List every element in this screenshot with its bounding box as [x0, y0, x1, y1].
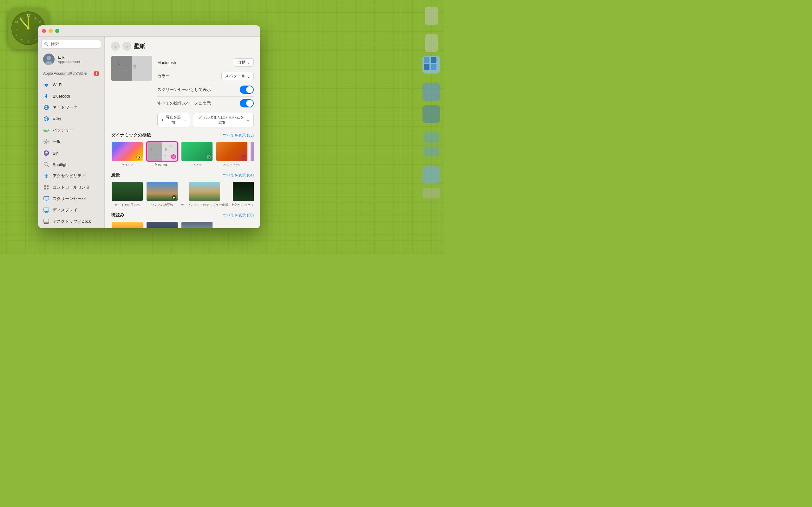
svg-rect-19 [431, 64, 437, 70]
wallpaper-item-horizon[interactable]: ▶ ソノマの地平線 [146, 181, 178, 207]
landscape-title: 風景 [111, 172, 120, 178]
wallpaper-item-ventura[interactable]: ↓ ベンチュラ↓ [216, 141, 248, 167]
wallpaper-item-mountain[interactable]: カリフォルニアのテンプラー山脈 [181, 181, 229, 207]
svg-text:✂: ✂ [164, 154, 166, 157]
search-icon: 🔍 [44, 42, 49, 47]
mode-chevron: ⌄ [247, 60, 250, 65]
add-folder-button[interactable]: フォルダまたはアルバムを追加 ⌄ [193, 113, 254, 127]
svg-text:A: A [117, 62, 120, 66]
search-bar[interactable]: 🔍 [41, 40, 101, 49]
sidebar-item-siri[interactable]: Siri [39, 148, 103, 158]
mountain-label: カリフォルニアのテンプラー山脈 [181, 203, 229, 207]
sidebar-item-appearance[interactable]: 外観 [39, 228, 103, 228]
search-input[interactable] [51, 42, 98, 47]
sidebar-item-battery[interactable]: バッテリー [39, 125, 103, 135]
wallpaper-item-city2[interactable] [146, 221, 178, 228]
svg-point-37 [46, 174, 47, 175]
sidebar-item-general[interactable]: 一般 [39, 136, 103, 147]
svg-text:1: 1 [35, 16, 37, 19]
wallpaper-item-city1[interactable] [111, 221, 143, 228]
suggestion-banner[interactable]: Apple Account 設定の提案 2 [39, 69, 103, 78]
dock-item-4 [422, 166, 440, 184]
landscape-show-all[interactable]: すべてを表示 (64) [223, 173, 254, 178]
svg-text:✏: ✏ [124, 69, 126, 72]
close-button[interactable] [42, 29, 46, 33]
sidebar-item-display[interactable]: ディスプレイ [39, 205, 103, 216]
suggestion-text: Apple Account 設定の提案 [43, 71, 91, 76]
sidebar-item-wifi[interactable]: Wi-Fi [39, 79, 103, 90]
mountain-thumb [189, 181, 221, 202]
back-button[interactable]: ‹ [111, 42, 120, 51]
wallpaper-item-extra[interactable] [251, 141, 254, 167]
city3-thumb [181, 221, 213, 228]
wallpaper-item-macintosh[interactable]: A ✏ B abc ✂ ◑ Macintosh [146, 141, 178, 167]
ventura-label: ベンチュラ↓ [223, 163, 241, 167]
color-selector[interactable]: スペクトル ⌄ [221, 72, 254, 80]
sidebar-item-control[interactable]: コントロールセンター [39, 182, 103, 193]
cityscape-show-all[interactable]: すべてを表示 (30) [223, 213, 254, 218]
sidebar-item-accessibility[interactable]: アクセシビリティ [39, 170, 103, 181]
sidebar-item-bluetooth[interactable]: Bluetooth [39, 91, 103, 101]
nav-header: ‹ › 壁紙 [111, 42, 254, 51]
minimize-button[interactable] [49, 29, 53, 33]
maximize-button[interactable] [55, 29, 59, 33]
forward-button[interactable]: › [122, 42, 131, 51]
wallpaper-item-forest[interactable]: セコイアの日の出 [111, 181, 143, 207]
sidebar-label-accessibility: アクセシビリティ [53, 173, 86, 179]
mode-selector[interactable]: 自動 ⌄ [234, 58, 254, 66]
sidebar: 🔍 k. k Apple Account [38, 37, 105, 228]
extra-thumb [251, 141, 254, 162]
page-title: 壁紙 [134, 43, 145, 50]
color-value: スペクトル [225, 73, 246, 79]
dynamic-wallpaper-grid: ◑ セコイア A ✏ B ab [111, 141, 254, 167]
add-photo-button[interactable]: + 写真を追加 ⌄ [157, 113, 190, 127]
sidebar-item-spotlight[interactable]: Spotlight [39, 159, 103, 170]
sidebar-item-desktop-dock[interactable]: デスクトップとDock [39, 216, 103, 227]
color-row: カラー スペクトル ⌄ [157, 69, 254, 83]
dock-item-2 [422, 83, 440, 101]
svg-point-21 [47, 56, 51, 60]
svg-text:B: B [165, 148, 167, 152]
horizon-thumb: ▶ [146, 181, 178, 202]
sidebar-item-screensaver[interactable]: スクリーンセーバ [39, 193, 103, 204]
macintosh-dynamic-icon: ◑ [171, 154, 176, 159]
dock-item-gray-2 [425, 34, 438, 52]
screensaver-toggle[interactable] [240, 86, 254, 94]
dynamic-title: ダイナミックの壁紙 [111, 132, 151, 138]
svg-rect-38 [44, 185, 46, 187]
back-icon: ‹ [115, 44, 116, 49]
city3-bg [182, 222, 212, 228]
suggestion-badge: 2 [94, 71, 99, 76]
main-content: ‹ › 壁紙 A [105, 37, 260, 228]
wallpaper-item-city3[interactable] [181, 221, 213, 228]
svg-rect-47 [44, 223, 49, 224]
sequia-label: セコイア [121, 163, 134, 167]
ventura-thumb: ↓ [216, 141, 248, 162]
svg-text:2: 2 [39, 20, 41, 23]
forest-label: セコイアの日の出 [114, 203, 140, 207]
svg-line-36 [47, 165, 49, 167]
dynamic-show-all[interactable]: すべてを表示 (33) [223, 133, 254, 138]
wallpaper-item-aerial[interactable]: ▶ 上空からのセコイアスギ [231, 181, 254, 207]
allspaces-toggle[interactable] [240, 99, 254, 107]
battery-icon [43, 127, 49, 133]
wallpaper-item-sonoma[interactable]: ◑ ソノマ [181, 141, 213, 167]
svg-rect-17 [431, 57, 437, 63]
sidebar-item-network[interactable]: ネットワーク [39, 102, 103, 113]
svg-rect-57 [148, 142, 162, 161]
wallpaper-preview-section: A ✏ B abc Macintosh 自動 ⌄ [111, 56, 254, 127]
control-center-icon [43, 184, 49, 190]
aerial-label: 上空からのセコイアスギ [231, 203, 254, 207]
wallpaper-item-sequia[interactable]: ◑ セコイア [111, 141, 143, 167]
vpn-icon [43, 116, 49, 122]
sonoma-label: ソノマ [192, 163, 202, 167]
sidebar-item-vpn[interactable]: VPN [39, 113, 103, 124]
mountain-bg [189, 182, 220, 201]
dock-item-gray-1 [425, 7, 438, 25]
screensaver-row: スクリーンセーバとして表示 [157, 83, 254, 97]
cityscape-wallpaper-grid [111, 221, 254, 228]
sidebar-label-siri: Siri [53, 151, 59, 156]
user-profile[interactable]: k. k Apple Account [39, 51, 103, 67]
extra-bg [251, 142, 254, 161]
color-label: カラー [157, 73, 219, 79]
